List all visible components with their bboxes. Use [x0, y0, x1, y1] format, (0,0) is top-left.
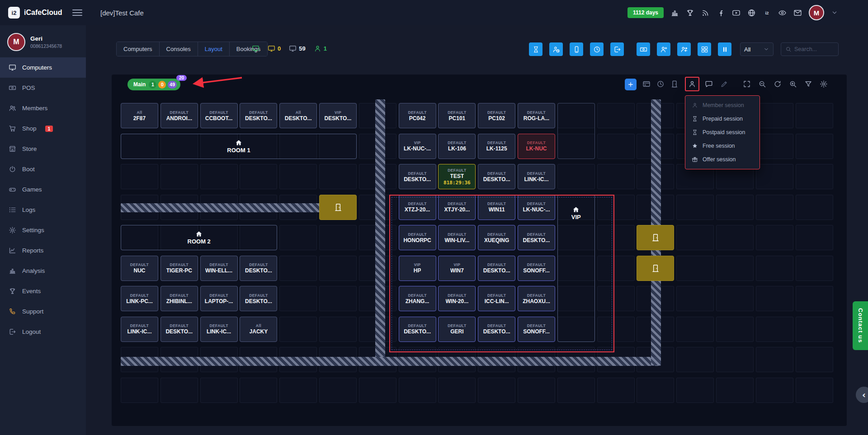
door-tile[interactable] — [319, 195, 357, 220]
mobile-button[interactable] — [570, 42, 583, 56]
pc-tile[interactable]: DEFAULTDESKTO... — [478, 164, 515, 189]
tab-layout[interactable]: Layout — [198, 42, 230, 56]
funnel-icon[interactable] — [804, 80, 812, 88]
pc-tile[interactable]: DEFAULTTIGER-PC — [160, 256, 198, 281]
pc-tile[interactable]: DEFAULTXUEQING — [478, 225, 515, 250]
translate-icon[interactable] — [763, 9, 771, 17]
pc-tile[interactable]: DEFAULTZHANG... — [399, 286, 436, 311]
menu-item-postpaid-session[interactable]: Postpaid session — [685, 126, 760, 139]
pc-tile[interactable]: DEFAULTPC042 — [399, 103, 436, 128]
pc-tile[interactable]: DEFAULTDESKTO... — [240, 103, 277, 128]
youtube-icon[interactable] — [732, 9, 741, 17]
person-swap-button[interactable] — [677, 42, 691, 56]
pc-tile[interactable]: DEFAULTWIN11 — [478, 195, 515, 220]
pc-tile[interactable]: DEFAULTANDROI... — [160, 103, 198, 128]
pc-tile[interactable]: DEFAULTLK-NUC-... — [518, 195, 555, 220]
clock-button[interactable] — [590, 42, 604, 56]
sidebar-item-boot[interactable]: Boot — [0, 159, 86, 179]
rss-icon[interactable] — [701, 9, 710, 17]
person-plus-button[interactable] — [657, 42, 670, 56]
menu-item-free-session[interactable]: Free session — [685, 139, 760, 153]
person-clock-button[interactable] — [549, 42, 563, 56]
globe-icon[interactable] — [747, 9, 756, 17]
pc-tile[interactable]: DEFAULTXTJY-20... — [438, 195, 476, 220]
pc-tile[interactable]: DEFAULTDESKTO... — [240, 286, 277, 311]
pc-tile[interactable]: DEFAULTLAPTOP-... — [200, 286, 238, 311]
sidebar-item-events[interactable]: Events — [0, 281, 86, 301]
logout-button[interactable] — [610, 42, 624, 56]
account-chevron-down-icon[interactable] — [831, 9, 838, 16]
hourglass-button[interactable] — [529, 42, 542, 56]
pc-tile[interactable]: DEFAULTZHIBINL... — [160, 286, 198, 311]
zoom-out-icon[interactable] — [758, 80, 766, 88]
clock-icon[interactable] — [656, 80, 665, 88]
pc-tile[interactable]: DEFAULTXTZJ-20... — [399, 195, 436, 220]
sidebar-item-analysis[interactable]: Analysis — [0, 261, 86, 281]
menu-item-offer-session[interactable]: Offer session — [685, 153, 760, 166]
banknote-button[interactable] — [637, 42, 650, 56]
pc-tile[interactable]: DEFAULTTEST818:29:36 — [438, 164, 476, 189]
mail-icon[interactable] — [793, 9, 802, 17]
pc-tile[interactable]: DEFAULTCCBOOT... — [200, 103, 238, 128]
gear-icon[interactable] — [820, 80, 828, 88]
pc-tile[interactable]: DEFAULTLK-106 — [438, 134, 476, 159]
sidebar-item-logout[interactable]: Logout — [0, 322, 86, 342]
user-avatar[interactable]: M — [7, 33, 25, 51]
card-icon[interactable] — [642, 80, 651, 88]
pc-tile[interactable]: DEFAULTDESKTO... — [478, 256, 515, 281]
sidebar-item-members[interactable]: Members — [0, 98, 86, 118]
pc-tile[interactable]: All2F87 — [121, 103, 158, 128]
refresh-icon[interactable] — [774, 80, 782, 88]
grid-button[interactable] — [698, 42, 711, 56]
pc-tile[interactable]: DEFAULTLK-1125 — [478, 134, 515, 159]
pc-tile[interactable]: DEFAULTSONOFF... — [518, 317, 555, 342]
pc-tile[interactable]: DEFAULTROG-LA... — [518, 103, 555, 128]
pc-tile[interactable]: DEFAULTDESKTO... — [160, 317, 198, 342]
pc-tile[interactable]: DEFAULTDESKTO... — [478, 317, 515, 342]
pc-tile[interactable]: DEFAULTWIN-20... — [438, 286, 476, 311]
tab-computers[interactable]: Computers — [117, 42, 160, 56]
door-icon[interactable] — [670, 80, 679, 88]
search-input[interactable] — [794, 46, 833, 52]
pc-tile[interactable]: DEFAULTLINK-IC... — [121, 317, 158, 342]
session-type-button[interactable] — [685, 77, 699, 91]
facebook-icon[interactable] — [717, 9, 725, 17]
door-tile[interactable] — [637, 225, 674, 250]
pc-tile[interactable]: AllDESKTO... — [279, 103, 317, 128]
pc-tile[interactable]: DEFAULTDESKTO... — [240, 256, 277, 281]
pc-tile[interactable]: DEFAULTWIN-ELL... — [200, 256, 238, 281]
pc-tile[interactable]: DEFAULTDESKTO... — [399, 317, 436, 342]
pc-tile[interactable]: DEFAULTPC102 — [478, 103, 515, 128]
pc-tile[interactable]: DEFAULTDESKTO... — [399, 164, 436, 189]
add-computer-button[interactable] — [625, 79, 637, 90]
pause-button[interactable] — [718, 42, 731, 56]
pc-tile[interactable]: DEFAULTICC-LIN... — [478, 286, 515, 311]
pc-tile[interactable]: DEFAULTDESKTO... — [518, 225, 555, 250]
pc-tile[interactable]: DEFAULTLINK-IC... — [518, 164, 555, 189]
chat-icon[interactable] — [705, 80, 713, 88]
pc-tile[interactable]: DEFAULTZHAOXU... — [518, 286, 555, 311]
sidebar-item-logs[interactable]: Logs — [0, 200, 86, 220]
contact-us-button[interactable]: Contact us — [853, 301, 868, 350]
sidebar-item-computers[interactable]: Computers — [0, 57, 86, 78]
pc-tile[interactable]: DEFAULTPC101 — [438, 103, 476, 128]
pc-tile[interactable]: DEFAULTHONORPC — [399, 225, 436, 250]
sidebar-item-pos[interactable]: POS — [0, 78, 86, 98]
pc-tile[interactable]: VIPLK-NUC-... — [399, 134, 436, 159]
tab-consoles[interactable]: Consoles — [160, 42, 198, 56]
sidebar-item-reports[interactable]: Reports — [0, 240, 86, 261]
account-avatar[interactable]: M — [809, 5, 824, 20]
pc-tile[interactable]: DEFAULTWIN-LIV... — [438, 225, 476, 250]
pc-tile[interactable]: DEFAULTNUC — [121, 256, 158, 281]
bar-chart-icon[interactable] — [670, 9, 679, 17]
sidebar-item-settings[interactable]: Settings — [0, 220, 86, 240]
pc-tile[interactable]: VIPHP — [399, 256, 436, 281]
expand-icon[interactable] — [743, 80, 751, 88]
sidebar-item-games[interactable]: Games — [0, 179, 86, 200]
pc-tile[interactable]: VIPDESKTO... — [319, 103, 357, 128]
sidebar-item-shop[interactable]: Shop1 — [0, 118, 86, 139]
eye-icon[interactable] — [778, 9, 787, 17]
pc-tile[interactable]: VIPWIN7 — [438, 256, 476, 281]
sidebar-item-store[interactable]: Store — [0, 139, 86, 159]
pc-tile[interactable]: DEFAULTLINK-IC... — [200, 317, 238, 342]
